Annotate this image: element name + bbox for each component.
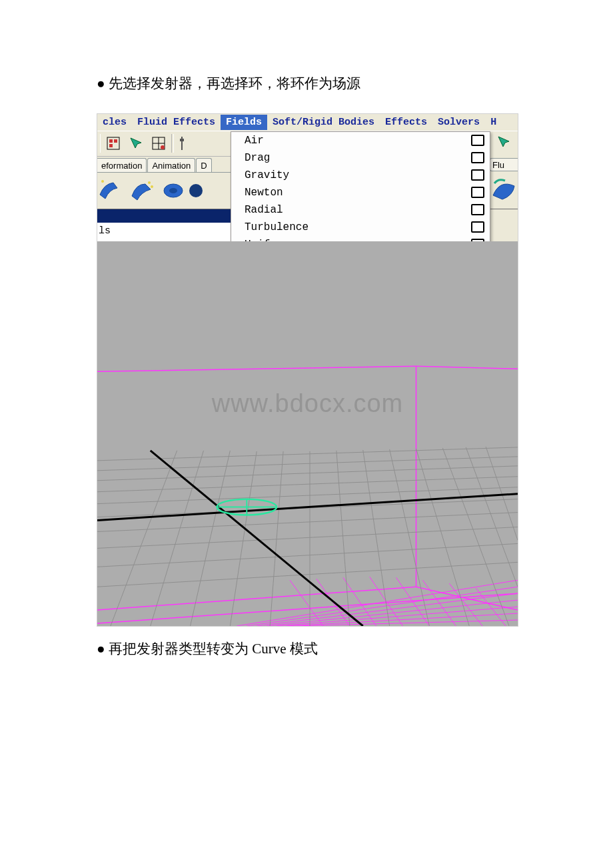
svg-line-46 <box>97 562 518 587</box>
right-toolbar-strip: Flu <box>489 131 518 241</box>
main-toolbar <box>97 131 231 157</box>
svg-line-16 <box>97 366 416 371</box>
select-tool-icon[interactable] <box>126 133 146 153</box>
svg-point-15 <box>189 184 203 197</box>
svg-line-22 <box>237 580 518 626</box>
toolbar-separator <box>100 134 101 153</box>
svg-rect-0 <box>107 137 119 149</box>
toolbar-separator <box>171 134 174 153</box>
svg-point-7 <box>161 145 165 149</box>
svg-line-55 <box>390 449 430 625</box>
svg-line-19 <box>97 587 416 610</box>
fields-menu-item-radial[interactable]: Radial <box>231 201 490 219</box>
svg-rect-3 <box>109 144 113 147</box>
svg-rect-1 <box>109 139 113 143</box>
menu-item-label: Newton <box>245 187 283 199</box>
tab-deformation[interactable]: eformation <box>97 158 147 172</box>
force-shelf-icon[interactable] <box>159 176 188 205</box>
option-box-icon[interactable] <box>472 188 483 197</box>
tab-cut-right[interactable]: D <box>196 158 211 172</box>
menu-item-label: Radial <box>245 204 283 216</box>
menu-item-h[interactable]: H <box>485 115 502 130</box>
menu-item-cles[interactable]: cles <box>97 115 132 130</box>
svg-point-12 <box>151 185 153 188</box>
svg-line-48 <box>151 450 204 625</box>
menu-bar: clesFluid EffectsFieldsSoft/Rigid Bodies… <box>97 114 518 131</box>
svg-point-14 <box>169 188 177 193</box>
menu-item-label: Gravity <box>245 169 289 181</box>
fields-menu-item-gravity[interactable]: Gravity <box>231 167 490 184</box>
fluid-shelf-icon[interactable] <box>490 175 517 205</box>
svg-line-54 <box>363 449 390 625</box>
selection-header-strip <box>97 209 231 223</box>
shelf-bar <box>97 173 231 209</box>
svg-line-39 <box>97 465 518 480</box>
layout-grid-icon[interactable] <box>149 133 169 153</box>
svg-line-20 <box>416 587 518 610</box>
svg-line-36 <box>476 588 506 626</box>
tab-fluids[interactable]: Flu <box>490 158 518 171</box>
tab-animation[interactable]: Animation <box>147 158 195 172</box>
emitter-shelf-icon[interactable] <box>97 176 127 205</box>
fields-menu-item-drag[interactable]: Drag <box>231 149 490 167</box>
fields-menu-item-air[interactable]: Air <box>231 132 490 149</box>
select-tool-icon[interactable] <box>496 135 511 153</box>
menu-item-fluid-effects[interactable]: Fluid Effects <box>132 115 221 130</box>
goal-shelf-icon[interactable] <box>189 176 209 205</box>
menu-item-effects[interactable]: Effects <box>380 115 432 130</box>
svg-line-53 <box>336 450 350 625</box>
viewport-grid <box>97 241 518 626</box>
menu-item-fields[interactable]: Fields <box>221 115 267 130</box>
viewport-3d[interactable]: www.bdocx.com <box>97 241 518 626</box>
menu-item-soft-rigid-bodies[interactable]: Soft/Rigid Bodies <box>267 115 380 130</box>
svg-line-60 <box>97 493 518 520</box>
menu-item-label: Air <box>245 135 264 147</box>
option-box-icon[interactable] <box>472 171 483 179</box>
svg-line-44 <box>97 527 518 548</box>
svg-line-28 <box>297 620 518 626</box>
svg-rect-2 <box>114 139 117 143</box>
option-box-icon[interactable] <box>472 153 483 162</box>
fields-menu-item-turbulence[interactable]: Turbulence <box>231 219 490 236</box>
option-box-icon[interactable] <box>472 136 483 145</box>
layout-tool-icon[interactable] <box>103 133 123 153</box>
command-feedback-area: ls <box>97 223 231 241</box>
instruction-bullet-2: ● 再把发射器类型转变为 Curve 模式 <box>97 639 516 660</box>
svg-point-11 <box>148 181 151 184</box>
menu-item-label: Turbulence <box>245 221 308 233</box>
option-box-icon[interactable] <box>472 205 483 214</box>
svg-line-47 <box>111 450 177 625</box>
svg-line-32 <box>370 577 403 626</box>
emitter2-shelf-icon[interactable] <box>128 176 157 205</box>
svg-line-25 <box>267 600 518 626</box>
svg-line-21 <box>97 593 518 623</box>
menu-item-label: Drag <box>245 152 270 164</box>
svg-line-61 <box>151 450 363 625</box>
menu-item-solvers[interactable]: Solvers <box>432 115 485 130</box>
shelf-tabs: eformation Animation D <box>97 157 231 173</box>
maya-screenshot: clesFluid EffectsFieldsSoft/Rigid Bodies… <box>97 113 518 627</box>
svg-line-45 <box>97 543 518 567</box>
watermark-text: www.bdocx.com <box>97 389 518 418</box>
svg-line-43 <box>97 512 518 531</box>
svg-rect-9 <box>180 139 184 141</box>
fields-menu-item-newton[interactable]: Newton <box>231 184 490 201</box>
svg-line-56 <box>416 448 469 625</box>
instruction-bullet-1: ● 先选择发射器，再选择环，将环作为场源 <box>97 73 516 95</box>
svg-point-10 <box>101 180 104 183</box>
option-box-icon[interactable] <box>472 223 483 231</box>
svg-line-23 <box>247 587 518 626</box>
settings-tool-icon[interactable] <box>177 133 187 153</box>
svg-line-17 <box>416 366 518 369</box>
